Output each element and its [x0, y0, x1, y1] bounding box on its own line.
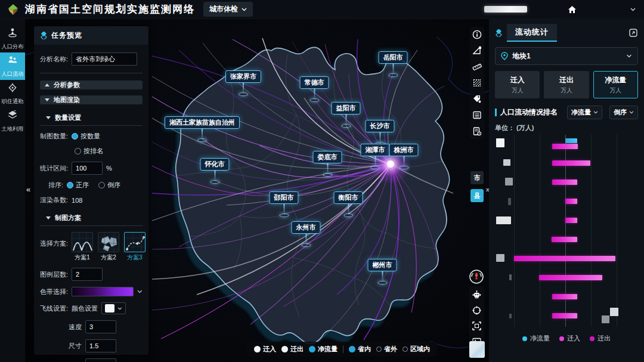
mode-select[interactable]: 城市体检: [203, 2, 253, 17]
order-select[interactable]: 倒序: [609, 106, 638, 119]
chart-legend-item-净流量[interactable]: 净流量: [522, 334, 550, 343]
legend-radio-icon: [402, 346, 408, 352]
ranking-bar-chart[interactable]: [495, 135, 637, 327]
speed-input[interactable]: [85, 320, 116, 333]
list-icon[interactable]: [472, 110, 482, 120]
scheme-option-3-selected[interactable]: 方案3: [124, 232, 145, 262]
chevron-down-icon[interactable]: [137, 290, 143, 293]
robot-icon[interactable]: [472, 289, 482, 300]
map-legend-省外[interactable]: 省外: [376, 345, 397, 354]
radio-sort-asc[interactable]: 正序: [67, 181, 89, 190]
radio-on-icon: [72, 133, 78, 140]
city-label-岳阳市[interactable]: 岳阳市: [379, 51, 408, 77]
analysis-name-input[interactable]: [72, 52, 137, 66]
city-label-长沙市[interactable]: 长沙市: [366, 120, 395, 146]
metric-select[interactable]: 净流量: [567, 106, 602, 119]
count-input[interactable]: [85, 358, 116, 362]
city-label-湘潭市[interactable]: 湘潭市: [361, 144, 390, 169]
city-label-邵阳市[interactable]: 邵阳市: [270, 191, 299, 217]
city-label-衡阳市[interactable]: 衡阳市: [334, 191, 363, 217]
header-caret-icon[interactable]: [630, 8, 636, 11]
scheme-option-1[interactable]: 方案1: [72, 232, 93, 262]
chart-row[interactable]: [495, 135, 637, 154]
panel-switch-icon[interactable]: [628, 28, 638, 38]
city-label-娄底市[interactable]: 娄底市: [313, 151, 342, 177]
chart-row[interactable]: [495, 173, 637, 192]
city-label-怀化市[interactable]: 怀化市: [200, 158, 230, 184]
chart-row[interactable]: [495, 230, 637, 249]
map-legend-区域内[interactable]: 区域内: [402, 345, 430, 354]
sidebar-item-职住通勤[interactable]: 职住通勤: [0, 80, 25, 107]
extent-frame-icon[interactable]: [472, 320, 482, 331]
city-label-益阳市[interactable]: 益阳市: [332, 102, 361, 128]
chart-row[interactable]: [495, 249, 637, 268]
city-marker-stem: [382, 271, 383, 281]
sidebar-item-人口分布[interactable]: 人口分布: [0, 25, 25, 52]
chart-row[interactable]: [495, 192, 637, 211]
colorband-gradient-swatch[interactable]: [72, 287, 134, 296]
map-legend-迁入[interactable]: 迁入: [254, 345, 276, 354]
chart-row[interactable]: [495, 154, 637, 173]
map-legend-省内[interactable]: 省内: [349, 345, 371, 354]
city-label-张家界市[interactable]: 张家界市: [225, 70, 261, 96]
stat-card-迁入[interactable]: 迁入万人: [495, 71, 540, 98]
city-marker-ring: [388, 73, 398, 77]
chart-row[interactable]: [495, 287, 637, 307]
tag-settings-icon[interactable]: [472, 94, 482, 104]
radio-by-rank[interactable]: 按排名: [75, 147, 103, 156]
section-mapping-scheme[interactable]: 制图方案: [40, 210, 143, 226]
chart-row[interactable]: [495, 211, 637, 230]
left-nav-rail: 人口分布人口流动职住通勤土地利用: [0, 19, 25, 362]
sidebar-item-土地利用[interactable]: 土地利用: [0, 107, 25, 135]
measure-ruler-icon[interactable]: [472, 61, 482, 72]
chart-row[interactable]: [495, 268, 637, 287]
hatch-selection-icon[interactable]: [472, 78, 482, 88]
section-quantity-settings[interactable]: 数量设置: [40, 110, 143, 126]
stat-range-input[interactable]: [72, 162, 103, 175]
city-name: 长沙市: [366, 120, 395, 132]
city-marker-ring: [341, 124, 351, 128]
beacon-locate-icon[interactable]: [468, 268, 485, 285]
mode-select-label: 城市体检: [209, 4, 238, 14]
legend-layers-input[interactable]: [72, 268, 103, 281]
sort-desc-label: 倒序: [107, 181, 120, 190]
draw-polygon-icon[interactable]: [472, 45, 482, 56]
city-label-常德市[interactable]: 常德市: [300, 76, 329, 102]
crosshair-icon[interactable]: [472, 305, 482, 315]
by-count-label: 按数量: [80, 132, 100, 141]
map-level-县[interactable]: 县: [470, 189, 484, 202]
info-icon[interactable]: [472, 29, 482, 40]
section-analysis-params[interactable]: 分析参数: [40, 81, 143, 89]
radio-by-count[interactable]: 按数量: [72, 132, 100, 141]
block-select[interactable]: 地块1: [495, 47, 638, 65]
map-level-市[interactable]: 市: [470, 171, 484, 184]
city-label-郴州市[interactable]: 郴州市: [368, 259, 397, 284]
city-label-湘西土家族苗族自治州[interactable]: 湘西土家族苗族自治州: [165, 116, 240, 142]
radio-sort-desc[interactable]: 倒序: [98, 181, 120, 190]
size-input[interactable]: [85, 339, 116, 352]
flyline-color-picker[interactable]: [101, 302, 126, 314]
legend-label: 迁出: [290, 345, 304, 354]
city-label-株洲市[interactable]: 株洲市: [389, 144, 419, 169]
minimap-thumbnail[interactable]: [469, 341, 485, 358]
chart-legend-item-迁入[interactable]: 迁入: [559, 334, 580, 343]
tab-flow-statistics[interactable]: 流动统计: [507, 24, 557, 42]
sidebar-item-label: 人口流动: [2, 70, 24, 78]
map-legend-迁出[interactable]: 迁出: [281, 345, 304, 354]
city-label-永州市[interactable]: 永州市: [292, 221, 321, 247]
collapse-left-icon[interactable]: «: [26, 185, 29, 194]
report-clock-icon[interactable]: [472, 126, 482, 137]
stat-card-迁出[interactable]: 迁出万人: [544, 71, 589, 98]
scheme1-label: 方案1: [75, 253, 90, 262]
city-marker-stem: [214, 171, 215, 180]
chart-legend-item-迁出[interactable]: 迁出: [590, 334, 611, 343]
by-rank-label: 按排名: [83, 147, 103, 156]
map-legend-净流量[interactable]: 净流量: [309, 345, 338, 354]
stat-card-label: 净流量: [605, 75, 626, 85]
scheme-option-2[interactable]: 方案2: [98, 232, 119, 262]
home-icon[interactable]: [568, 5, 577, 14]
city-name: 株洲市: [389, 144, 419, 156]
section-map-render[interactable]: 地图渲染: [40, 95, 143, 104]
stat-card-净流量[interactable]: 净流量万人: [593, 71, 638, 98]
sidebar-item-人口流动[interactable]: 人口流动: [0, 52, 25, 80]
